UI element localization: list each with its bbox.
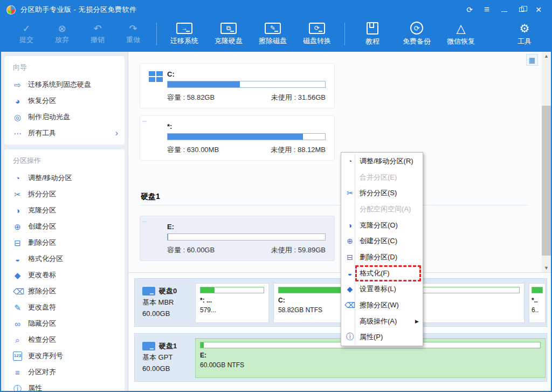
capacity-label: 容量 : 60.00GB bbox=[167, 245, 215, 255]
resize-move-icon: ◔ bbox=[344, 157, 355, 166]
partition-block-star[interactable]: *: ... 579... bbox=[195, 283, 269, 323]
sidebar-item-format[interactable]: ◒ 格式化分区 bbox=[4, 251, 125, 267]
wechat-recovery-button[interactable]: △ 微信恢复 bbox=[445, 22, 477, 46]
sidebar: 向导 ⇨ 迁移系统到固态硬盘 ◕ 恢复分区 ◎ 制作启动光盘 ⋯ 所有工具 › bbox=[1, 52, 128, 391]
undo-button[interactable]: ↶ 撤销 bbox=[80, 24, 115, 45]
free-backup-button[interactable]: ⟳ 免费备份 bbox=[401, 22, 432, 46]
menu-item-advanced[interactable]: 高级操作(A) ▶ bbox=[341, 313, 423, 329]
submenu-arrow-icon: ▶ bbox=[415, 319, 419, 324]
sidebar-item-bootable-media[interactable]: ◎ 制作启动光盘 bbox=[4, 109, 125, 125]
redo-button[interactable]: ↷ 重做 bbox=[115, 24, 151, 45]
unused-label: 未使用 : 59.89GB bbox=[271, 245, 326, 255]
partition-usage-bar bbox=[200, 287, 264, 293]
sidebar-item-change-letter[interactable]: ✎ 更改盘符 bbox=[4, 299, 125, 315]
backup-refresh-icon: ⟳ bbox=[410, 22, 423, 35]
usage-bar bbox=[167, 133, 326, 140]
scroll-up-icon[interactable]: ▲ bbox=[542, 52, 551, 60]
sidebar-item-check[interactable]: ⌕ 检查分区 bbox=[4, 332, 125, 348]
tools-button[interactable]: ⚙ 工具 bbox=[509, 22, 540, 46]
sidebar-item-split[interactable]: ✂ 拆分分区 bbox=[4, 186, 125, 202]
tutorial-button[interactable]: 教程 bbox=[357, 22, 388, 46]
usage-bar bbox=[167, 233, 326, 240]
sidebar-item-properties[interactable]: ⓘ 属性 bbox=[4, 380, 125, 391]
convert-disk-button[interactable]: ⟳ 磁盘转换 bbox=[301, 23, 333, 46]
section-title-partition-ops: 分区操作 bbox=[4, 154, 125, 170]
volume-card-star[interactable]: *: 容量 : 630.00MB 未使用 : 88.12MB bbox=[140, 115, 335, 161]
disk-scheme: 基本 GPT bbox=[142, 352, 194, 363]
menu-item-properties[interactable]: ⓘ 属性(P) bbox=[341, 329, 423, 346]
recover-partition-icon: ◕ bbox=[13, 97, 22, 106]
menu-item-set-label[interactable]: ◆ 设置卷标(L) bbox=[341, 281, 423, 298]
sidebar-item-delete[interactable]: ⊟ 删除分区 bbox=[4, 235, 125, 251]
restore-icon bbox=[519, 8, 524, 12]
disk-icon bbox=[142, 342, 155, 350]
info-icon: ⓘ bbox=[344, 332, 355, 342]
volume-label-icon: ◆ bbox=[344, 285, 355, 293]
migrate-system-button[interactable]: → 迁移系统 bbox=[169, 23, 200, 46]
discard-button[interactable]: ⊗ 放弃 bbox=[44, 24, 80, 45]
scroll-down-icon[interactable]: ▼ bbox=[542, 264, 551, 272]
format-partition-icon: ◒ bbox=[13, 255, 22, 264]
minimize-button[interactable] bbox=[497, 4, 511, 16]
sidebar-item-all-tools[interactable]: ⋯ 所有工具 › bbox=[4, 125, 125, 141]
sidebar-item-clone[interactable]: ◑ 克隆分区 bbox=[4, 202, 125, 218]
partition-usage-bar bbox=[532, 287, 543, 293]
vertical-scrollbar[interactable]: ▲ ▼ bbox=[542, 52, 551, 272]
scrollbar-thumb[interactable] bbox=[542, 106, 551, 256]
disk0-info[interactable]: 硬盘0 基本 MBR 60.00GB bbox=[135, 279, 194, 326]
wipe-disk-button[interactable]: ✎ 擦除磁盘 bbox=[257, 23, 288, 46]
view-toggle-button[interactable]: ▦ bbox=[526, 54, 538, 66]
windows-logo-icon bbox=[149, 71, 167, 82]
refresh-icon[interactable]: ⟳ bbox=[463, 4, 477, 16]
disk-map-panel: 硬盘0 基本 MBR 60.00GB *: ... 579... C: 58.8… bbox=[128, 273, 551, 391]
migrate-ssd-icon: ⇨ bbox=[13, 80, 22, 90]
sidebar-item-hide[interactable]: ∞ 隐藏分区 bbox=[4, 315, 125, 332]
disk1-section-title: 硬盘1 bbox=[141, 192, 160, 202]
migrate-drive-icon: → bbox=[176, 23, 192, 34]
sidebar-item-recover-partition[interactable]: ◕ 恢复分区 bbox=[4, 93, 125, 109]
menu-item-clone[interactable]: ◑ 克隆分区(O) bbox=[341, 217, 423, 233]
sidebar-item-align[interactable]: ≡ 分区对齐 bbox=[4, 364, 125, 380]
check-icon: ✓ bbox=[22, 24, 30, 33]
sidebar-item-wipe[interactable]: ⌫ 擦除分区 bbox=[4, 283, 125, 299]
hide-partition-icon: ∞ bbox=[13, 319, 22, 328]
volume-card-e[interactable]: E: 容量 : 60.00GB 未使用 : 59.89GB bbox=[140, 216, 335, 261]
menu-item-delete[interactable]: ⊟ 删除分区(D) bbox=[341, 249, 423, 265]
unused-label: 未使用 : 31.56GB bbox=[271, 93, 326, 102]
clone-disk-button[interactable]: ⧉ 克隆硬盘 bbox=[213, 23, 244, 46]
maximize-button[interactable] bbox=[514, 4, 528, 16]
menu-item-wipe[interactable]: ⌫ 擦除分区(W) bbox=[341, 297, 423, 313]
menu-item-create[interactable]: ⊕ 创建分区(C) bbox=[341, 233, 423, 249]
sidebar-item-change-serial[interactable]: 123 更改序列号 bbox=[4, 348, 125, 364]
menu-item-allocate-free-space: 分配空闲空间(A) bbox=[341, 201, 423, 217]
app-logo-icon bbox=[6, 5, 16, 15]
sidebar-item-migrate-to-ssd[interactable]: ⇨ 迁移系统到固态硬盘 bbox=[4, 77, 125, 93]
volume-name: *: bbox=[167, 122, 326, 130]
delete-partition-icon: ⊟ bbox=[344, 253, 355, 262]
menu-item-split[interactable]: ✂ 拆分分区(S) bbox=[341, 185, 423, 201]
info-icon: ⓘ bbox=[13, 384, 22, 391]
disk1-info[interactable]: 硬盘1 基本 GPT 60.00GB bbox=[135, 334, 194, 381]
partition-block-small[interactable]: *.. 6.. bbox=[529, 283, 546, 323]
format-partition-icon: ◒ bbox=[344, 269, 355, 278]
sidebar-item-change-label[interactable]: ◆ 更改卷标 bbox=[4, 267, 125, 283]
sidebar-item-resize-move[interactable]: ◔ 调整/移动分区 bbox=[4, 170, 125, 186]
capacity-label: 容量 : 630.00MB bbox=[167, 145, 219, 155]
menu-icon[interactable]: ≡ bbox=[480, 4, 494, 16]
commit-button[interactable]: ✓ 提交 bbox=[9, 24, 44, 45]
clone-drive-icon: ⧉ bbox=[220, 23, 237, 34]
toolbar-divider bbox=[156, 23, 157, 45]
serial-number-icon: 123 bbox=[13, 352, 22, 361]
menu-item-format[interactable]: ◒ 格式化(F) bbox=[341, 265, 423, 281]
sidebar-item-create[interactable]: ⊕ 创建分区 bbox=[4, 218, 125, 235]
volume-label-icon: ◆ bbox=[13, 271, 22, 280]
menu-item-resize-move[interactable]: ◔ 调整/移动分区(R) bbox=[341, 153, 423, 169]
convert-drive-icon: ⟳ bbox=[309, 23, 325, 34]
close-button[interactable]: ✕ bbox=[532, 4, 546, 16]
context-menu: ◔ 调整/移动分区(R) 合并分区(E) ✂ 拆分分区(S) 分配空闲空间(A)… bbox=[341, 152, 423, 346]
divider bbox=[140, 205, 529, 205]
partition-align-icon: ≡ bbox=[13, 368, 22, 377]
disk-size: 60.00GB bbox=[142, 363, 194, 374]
volume-card-c[interactable]: C: 容量 : 58.82GB 未使用 : 31.56GB bbox=[140, 63, 335, 108]
split-partition-icon: ✂ bbox=[344, 189, 355, 197]
